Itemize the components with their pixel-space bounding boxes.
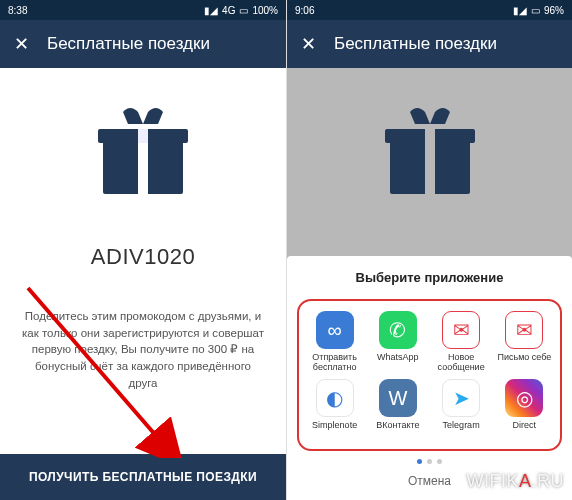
signal-icon: ▮◢ — [513, 5, 527, 16]
pager-dot[interactable] — [437, 459, 442, 464]
share-app-new-message[interactable]: ✉Новое сообщение — [432, 311, 491, 373]
share-app-vk[interactable]: WВКонтакте — [368, 379, 427, 441]
simplenote-icon: ◐ — [316, 379, 354, 417]
close-icon[interactable]: ✕ — [14, 33, 29, 55]
telegram-icon: ➤ — [442, 379, 480, 417]
network-label: 4G — [222, 5, 235, 16]
app-label: Direct — [513, 421, 537, 441]
battery-pct: 96% — [544, 5, 564, 16]
svg-rect-7 — [425, 129, 435, 194]
new-message-icon: ✉ — [442, 311, 480, 349]
page-title: Бесплатные поездки — [334, 34, 497, 54]
status-time: 8:38 — [8, 5, 27, 16]
mail-self-icon: ✉ — [505, 311, 543, 349]
pager-dot[interactable] — [427, 459, 432, 464]
status-right: ▮◢ ▭ 96% — [513, 5, 564, 16]
signal-icon: ▮◢ — [204, 5, 218, 16]
phone-left: 8:38 ▮◢ 4G ▭ 100% ✕ Бесплатные поездки — [0, 0, 286, 500]
share-sheet-title: Выберите приложение — [297, 270, 562, 285]
whatsapp-icon: ✆ — [379, 311, 417, 349]
share-sheet: Выберите приложение ∞Отправить бесплатно… — [287, 256, 572, 500]
app-label: Новое сообщение — [432, 353, 491, 373]
share-app-mail-self[interactable]: ✉Письмо себе — [495, 311, 554, 373]
app-header: ✕ Бесплатные поездки — [0, 20, 286, 68]
app-body-dimmed: Выберите приложение ∞Отправить бесплатно… — [287, 68, 572, 500]
page-title: Бесплатные поездки — [47, 34, 210, 54]
app-label: Telegram — [443, 421, 480, 441]
status-time: 9:06 — [295, 5, 314, 16]
battery-icon: ▭ — [531, 5, 540, 16]
share-app-share-free[interactable]: ∞Отправить бесплатно — [305, 311, 364, 373]
app-label: WhatsApp — [377, 353, 419, 373]
battery-pct: 100% — [252, 5, 278, 16]
share-app-whatsapp[interactable]: ✆WhatsApp — [368, 311, 427, 373]
battery-icon: ▭ — [239, 5, 248, 16]
pager-dot[interactable] — [417, 459, 422, 464]
share-free-icon: ∞ — [316, 311, 354, 349]
promo-code: ADIV1020 — [91, 244, 195, 270]
app-label: Simplenote — [312, 421, 357, 441]
status-right: ▮◢ 4G ▭ 100% — [204, 5, 278, 16]
share-app-telegram[interactable]: ➤Telegram — [432, 379, 491, 441]
share-app-simplenote[interactable]: ◐Simplenote — [305, 379, 364, 441]
direct-icon: ◎ — [505, 379, 543, 417]
app-label: Письмо себе — [497, 353, 551, 373]
phone-right: 9:06 ▮◢ ▭ 96% ✕ Бесплатные поездки Выбер… — [286, 0, 572, 500]
app-header: ✕ Бесплатные поездки — [287, 20, 572, 68]
status-bar: 8:38 ▮◢ 4G ▭ 100% — [0, 0, 286, 20]
app-body: ADIV1020 Поделитесь этим промокодом с др… — [0, 68, 286, 500]
app-label: Отправить бесплатно — [305, 353, 364, 373]
promo-description: Поделитесь этим промокодом с друзьями, и… — [0, 308, 286, 391]
close-icon[interactable]: ✕ — [301, 33, 316, 55]
apps-grid: ∞Отправить бесплатно✆WhatsApp✉Новое сооб… — [297, 299, 562, 451]
app-label: ВКонтакте — [376, 421, 419, 441]
status-bar: 9:06 ▮◢ ▭ 96% — [287, 0, 572, 20]
gift-icon — [375, 104, 485, 208]
vk-icon: W — [379, 379, 417, 417]
get-free-rides-button[interactable]: ПОЛУЧИТЬ БЕСПЛАТНЫЕ ПОЕЗДКИ — [0, 454, 286, 500]
share-app-direct[interactable]: ◎Direct — [495, 379, 554, 441]
gift-icon — [88, 104, 198, 208]
cancel-button[interactable]: Отмена — [297, 464, 562, 490]
svg-rect-3 — [138, 129, 148, 143]
